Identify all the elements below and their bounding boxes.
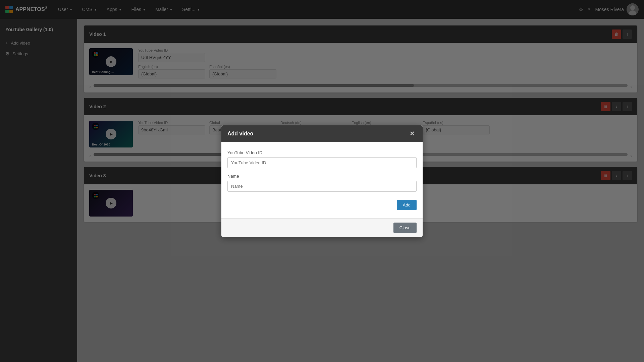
modal-body: YouTube Video ID Name Add — [221, 142, 423, 218]
add-button[interactable]: Add — [397, 200, 417, 210]
modal-overlay[interactable]: Add video ✕ YouTube Video ID Name Add Cl… — [0, 0, 644, 362]
youtube-id-input[interactable] — [227, 157, 417, 168]
modal-close-button[interactable]: ✕ — [408, 130, 417, 137]
name-input[interactable] — [227, 181, 417, 192]
name-field: Name — [227, 174, 417, 192]
modal-footer: Close — [221, 218, 423, 237]
youtube-id-field: YouTube Video ID — [227, 150, 417, 168]
modal-add-row: Add — [227, 197, 417, 210]
modal-title: Add video — [227, 131, 253, 137]
name-label: Name — [227, 174, 417, 179]
close-button[interactable]: Close — [393, 223, 417, 233]
modal-header: Add video ✕ — [221, 125, 423, 142]
add-video-modal: Add video ✕ YouTube Video ID Name Add Cl… — [221, 125, 423, 237]
youtube-id-label: YouTube Video ID — [227, 150, 417, 155]
